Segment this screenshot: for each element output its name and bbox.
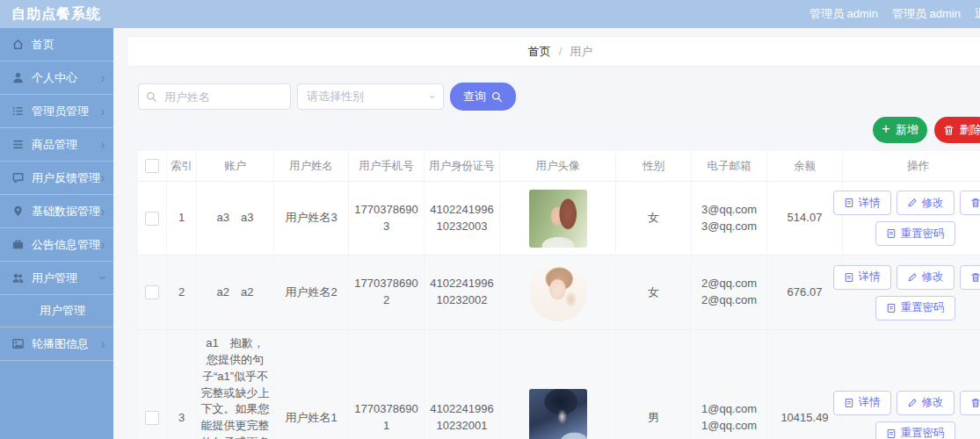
sidebar-item-carousel-info[interactable]: 轮播图信息 › [0, 327, 113, 361]
cell-avatar [500, 255, 616, 329]
cell-idcard: 410224199610232001 [425, 330, 500, 439]
document-icon [886, 428, 897, 439]
delete-button[interactable]: 删除 [934, 117, 980, 143]
chevron-right-icon: › [101, 171, 105, 185]
reset-password-button[interactable]: 重置密码 [875, 296, 955, 320]
add-button[interactable]: + 新增 [873, 117, 927, 143]
edit-button[interactable]: 修改 [897, 191, 955, 215]
breadcrumb-current: 用户 [570, 44, 592, 60]
reset-password-button[interactable]: 重置密码 [875, 421, 955, 439]
sidebar-item-feedback-management[interactable]: 用户反馈管理 › [0, 162, 113, 195]
cell-gender: 男 [616, 330, 692, 439]
sidebar-item-goods-management[interactable]: 商品管理 › [0, 128, 113, 162]
edit-button[interactable]: 修改 [897, 265, 955, 290]
column-header-name: 用户姓名 [274, 151, 349, 181]
delete-button-label: 删除 [960, 122, 980, 138]
gender-select[interactable]: 请选择性别 › [297, 83, 444, 110]
cell-phone: 17703786902 [349, 255, 425, 329]
sidebar-item-label: 用户管理 [32, 270, 77, 286]
users-table: 索引 账户 用户姓名 用户手机号 用户身份证号 用户头像 性别 电子邮箱 余额 … [138, 151, 980, 439]
chevron-right-icon: › [101, 238, 105, 252]
top-header: 自助点餐系统 管理员 admin 管理员 admin 退出 [0, 0, 980, 28]
sidebar-item-label: 管理员管理 [32, 104, 89, 119]
cell-actions: 详情 修改 删除 重置密码 [843, 255, 980, 329]
home-icon [11, 38, 25, 51]
gender-select-placeholder: 请选择性别 [307, 89, 364, 104]
select-all-checkbox[interactable] [145, 159, 159, 173]
sidebar-item-label: 基础数据管理 [32, 204, 100, 220]
cell-idcard: 410224199610232002 [425, 255, 500, 329]
row-checkbox[interactable] [145, 285, 159, 299]
table-row: 3 a1 抱歉，您提供的句子“a1”似乎不完整或缺少上下文。如果您能提供更完整的… [138, 330, 980, 439]
breadcrumb-home[interactable]: 首页 [528, 44, 551, 60]
row-delete-button[interactable]: 删除 [960, 265, 980, 290]
trash-icon [970, 398, 980, 408]
app-window: 自助点餐系统 管理员 admin 管理员 admin 退出 首页 个人中心 › … [0, 0, 980, 439]
sidebar-item-admin-management[interactable]: 管理员管理 › [0, 95, 113, 128]
sidebar-item-personal-center[interactable]: 个人中心 › [0, 61, 113, 95]
cell-actions: 详情 修改 删除 重置密码 [843, 330, 980, 439]
user-avatar [529, 190, 587, 248]
row-delete-button[interactable]: 删除 [960, 391, 980, 415]
breadcrumb-separator: / [559, 45, 563, 58]
list-icon [11, 104, 25, 118]
table-row: 2 a2 a2 用户姓名2 17703786902 41022419961023… [138, 255, 980, 330]
trash-icon [943, 125, 955, 136]
table-header-row: 索引 账户 用户姓名 用户手机号 用户身份证号 用户头像 性别 电子邮箱 余额 … [138, 151, 980, 182]
edit-button[interactable]: 修改 [897, 391, 955, 415]
column-header-gender: 性别 [616, 151, 692, 181]
plus-icon: + [882, 122, 889, 136]
reset-password-button[interactable]: 重置密码 [875, 221, 955, 246]
row-checkbox[interactable] [145, 411, 159, 425]
document-icon [844, 198, 854, 208]
sidebar-subitem-user-management[interactable]: 用户管理 [0, 295, 113, 327]
row-select-cell [138, 255, 167, 329]
person-icon [11, 71, 25, 84]
user-avatar [529, 263, 587, 321]
admin-badge[interactable]: 管理员 admin [809, 6, 878, 22]
column-header-email: 电子邮箱 [692, 151, 767, 181]
filter-row: 请选择性别 › 查询 [138, 81, 516, 112]
detail-button[interactable]: 详情 [833, 391, 891, 415]
query-button-label: 查询 [463, 89, 486, 104]
cell-index: 1 [167, 182, 197, 255]
document-icon [886, 303, 897, 313]
cell-index: 3 [167, 330, 197, 439]
cell-account: a3 a3 [197, 182, 274, 255]
cell-name: 用户姓名3 [274, 182, 349, 255]
chevron-right-icon: › [101, 138, 105, 152]
detail-button[interactable]: 详情 [833, 191, 891, 215]
sidebar-item-label: 用户反馈管理 [32, 170, 100, 186]
sidebar-item-label: 首页 [32, 37, 54, 53]
chevron-down-icon: › [425, 95, 439, 98]
detail-button[interactable]: 详情 [833, 265, 891, 290]
admin-badge[interactable]: 管理员 admin [892, 6, 961, 22]
users-icon [11, 271, 25, 284]
cell-phone: 17703786901 [349, 330, 425, 439]
image-icon [11, 337, 25, 350]
row-checkbox[interactable] [145, 212, 159, 226]
cell-account: a1 抱歉，您提供的句子“a1”似乎不完整或缺少上下文。如果您能提供更完整的句子… [197, 330, 274, 439]
add-button-label: 新增 [896, 122, 918, 138]
row-delete-button[interactable]: 删除 [960, 191, 980, 215]
username-search-field[interactable] [138, 83, 291, 110]
sidebar-item-label: 个人中心 [32, 70, 77, 86]
sidebar-item-label: 公告信息管理 [32, 237, 100, 253]
document-icon [844, 398, 854, 408]
sidebar-item-user-management[interactable]: 用户管理 › [0, 262, 113, 295]
announcement-icon [11, 238, 25, 251]
cell-gender: 女 [616, 182, 692, 255]
menu-icon [11, 138, 25, 151]
sidebar-item-basic-data-management[interactable]: 基础数据管理 › [0, 195, 113, 228]
logout-link-partial[interactable]: 退出 [975, 6, 980, 22]
cell-name: 用户姓名1 [274, 330, 349, 439]
comment-icon [11, 171, 25, 184]
search-input[interactable] [163, 90, 283, 104]
sidebar-item-home[interactable]: 首页 [0, 28, 113, 61]
query-button[interactable]: 查询 [450, 83, 516, 111]
chevron-right-icon: › [101, 104, 105, 119]
sidebar-item-label: 商品管理 [32, 137, 77, 153]
select-all-cell [138, 151, 167, 181]
sidebar-item-announcement-management[interactable]: 公告信息管理 › [0, 228, 113, 262]
cell-email: 1@qq.com 1@qq.com [692, 330, 767, 439]
